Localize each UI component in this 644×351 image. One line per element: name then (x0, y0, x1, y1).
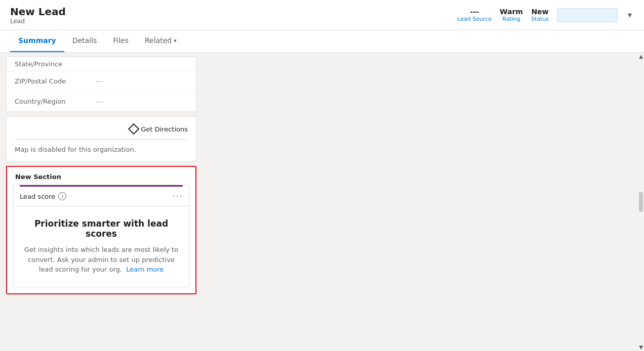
lead-score-content: Prioritize smarter with lead scores Get … (14, 206, 189, 287)
scroll-down-arrow[interactable]: ▼ (638, 343, 644, 351)
country-value: --- (96, 98, 103, 105)
main-content: State/Province ZIP/Postal Code --- Count… (0, 53, 644, 351)
related-dropdown-icon: ▾ (174, 37, 177, 44)
new-status-field: New Status (531, 8, 549, 22)
scroll-thumb[interactable] (639, 192, 643, 212)
zip-value: --- (96, 77, 103, 85)
header-title-area: New Lead Lead (10, 6, 66, 25)
header-actions: --- Lead Source Warm Rating New Status ▾ (457, 8, 634, 22)
address-card: State/Province ZIP/Postal Code --- Count… (6, 57, 196, 112)
page-title: New Lead (10, 6, 66, 18)
tab-details[interactable]: Details (64, 30, 105, 52)
new-section-card: New Section Lead score i ··· Prioritize … (6, 166, 196, 294)
nav-tabs: Summary Details Files Related ▾ (0, 30, 644, 53)
lead-score-widget: Lead score i ··· Prioritize smarter with… (13, 185, 189, 287)
new-section-title: New Section (7, 167, 195, 185)
lead-source-value: --- (470, 8, 478, 16)
get-directions-button[interactable]: Get Directions (15, 125, 188, 133)
country-field-row: Country/Region --- (7, 92, 196, 112)
country-label: Country/Region (15, 98, 96, 105)
left-panel: State/Province ZIP/Postal Code --- Count… (0, 53, 203, 351)
warm-rating-label: Rating (502, 16, 520, 22)
scrollbar: ▲ ▼ (638, 53, 644, 351)
zip-label: ZIP/Postal Code (15, 77, 96, 85)
new-status-value: New (531, 8, 548, 16)
tab-files[interactable]: Files (105, 30, 137, 52)
info-icon[interactable]: i (58, 192, 66, 200)
map-disabled-text: Map is disabled for this organization. (15, 146, 188, 153)
new-status-label: Status (531, 16, 549, 22)
lead-score-description: Get insights into which leads are most l… (22, 245, 181, 275)
warm-rating-field: Warm Rating (500, 8, 523, 22)
lead-source-field: --- Lead Source (457, 8, 492, 22)
tab-summary[interactable]: Summary (10, 30, 64, 52)
directions-icon (128, 123, 140, 135)
lead-score-heading: Prioritize smarter with lead scores (22, 218, 181, 239)
zip-field-row: ZIP/Postal Code --- (7, 71, 196, 92)
map-divider (15, 139, 188, 140)
right-panel (203, 53, 644, 351)
tab-related[interactable]: Related ▾ (137, 30, 185, 52)
lead-score-title: Lead score (20, 193, 55, 200)
page-subtitle: Lead (10, 18, 66, 25)
map-card: Get Directions Map is disabled for this … (6, 116, 196, 162)
lead-score-header: Lead score i ··· (14, 187, 189, 206)
lead-score-title-area: Lead score i (20, 192, 66, 200)
lead-source-label: Lead Source (457, 16, 492, 22)
scroll-up-arrow[interactable]: ▲ (638, 53, 644, 60)
page-header: New Lead Lead --- Lead Source Warm Ratin… (0, 0, 644, 30)
partial-address-row: State/Province (7, 57, 196, 71)
header-chevron-button[interactable]: ▾ (626, 8, 634, 22)
lead-score-ellipsis-button[interactable]: ··· (173, 192, 183, 201)
get-directions-label: Get Directions (141, 125, 188, 133)
header-action-button[interactable] (557, 8, 618, 22)
warm-rating-value: Warm (500, 8, 523, 16)
learn-more-link[interactable]: Learn more (126, 266, 164, 273)
